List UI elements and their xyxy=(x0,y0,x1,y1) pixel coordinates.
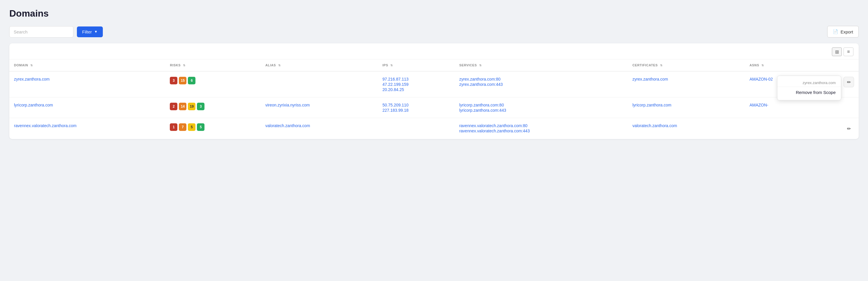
col-risks: RISKS ⇅ xyxy=(165,59,261,71)
risk-badge: 5 xyxy=(188,124,195,131)
grid-view-button[interactable]: ⊞ xyxy=(832,47,842,56)
sort-icon-asns[interactable]: ⇅ xyxy=(762,64,764,67)
risk-badge: 3 xyxy=(170,77,177,84)
alias-cell xyxy=(261,71,378,98)
list-view-button[interactable]: ≡ xyxy=(843,47,854,56)
action-cell: ✏zyrex.zanthora.comRemove from Scope xyxy=(815,71,859,98)
col-alias: ALIAS ⇅ xyxy=(261,59,378,71)
filter-button[interactable]: Filter ▼ xyxy=(77,27,103,37)
risk-badge: 15 xyxy=(179,77,186,84)
row-action-button[interactable]: ✏ xyxy=(843,124,854,134)
certificates-cell: zyrex.zanthora.com xyxy=(628,71,745,98)
sort-icon-certificates[interactable]: ⇅ xyxy=(660,64,663,67)
view-toggle: ⊞ ≡ xyxy=(9,43,859,59)
export-file-icon: 📄 xyxy=(833,29,838,34)
services-cell: ravennex.valoratech.zanthora.com:80raven… xyxy=(455,118,628,139)
row-action-button[interactable]: ✏ xyxy=(843,77,854,87)
service-item: lyricorp.zanthora.com:80 xyxy=(459,103,623,107)
risk-badge: 2 xyxy=(170,103,177,110)
sort-icon-services[interactable]: ⇅ xyxy=(479,64,482,67)
sort-icon-alias[interactable]: ⇅ xyxy=(278,64,281,67)
ip-address: 227.183.99.18 xyxy=(382,108,450,113)
alias-cell: valoratech.zanthora.com xyxy=(261,118,378,139)
service-item: ravennex.valoratech.zanthora.com:443 xyxy=(459,129,623,133)
table-row: ravennex.valoratech.zanthora.com1755valo… xyxy=(9,118,859,139)
ips-cell xyxy=(378,118,455,139)
risks-cell: 3156 xyxy=(165,71,261,98)
asns-cell: AMAZON- xyxy=(745,98,815,118)
page-container: Domains Filter ▼ 📄 Export ⊞ ≡ DOMAIN ⇅ R… xyxy=(0,0,868,147)
risk-badge: 19 xyxy=(188,103,195,110)
asns-cell xyxy=(745,118,815,139)
risk-badge: 14 xyxy=(179,103,186,110)
ips-cell: 50.75.209.110227.183.99.18 xyxy=(378,98,455,118)
domain-link[interactable]: lyricorp.zanthora.com xyxy=(14,103,53,107)
certificates-cell: lyricorp.zanthora.com xyxy=(628,98,745,118)
risk-badge: 1 xyxy=(170,124,177,131)
ip-address: 47.22.199.159 xyxy=(382,82,450,87)
domains-table: DOMAIN ⇅ RISKS ⇅ ALIAS ⇅ IPS ⇅ SERVICES … xyxy=(9,59,859,139)
col-asns: ASNS ⇅ xyxy=(745,59,815,71)
sort-icon-ips[interactable]: ⇅ xyxy=(390,64,393,67)
toolbar-left: Filter ▼ xyxy=(9,26,103,38)
col-actions xyxy=(815,59,859,71)
risk-badge: 7 xyxy=(179,124,186,131)
service-item: ravennex.valoratech.zanthora.com:80 xyxy=(459,124,623,128)
service-item: zyrex.zanthora.com:80 xyxy=(459,77,623,81)
table-row: lyricorp.zanthora.com214193vireon.zyrixi… xyxy=(9,98,859,118)
ip-address: 97.216.87.113 xyxy=(382,77,450,81)
export-button[interactable]: 📄 Export xyxy=(827,26,859,38)
table-container: ⊞ ≡ DOMAIN ⇅ RISKS ⇅ ALIAS ⇅ IPS ⇅ SERVI… xyxy=(9,43,859,139)
domain-link[interactable]: ravennex.valoratech.zanthora.com xyxy=(14,124,76,128)
page-title: Domains xyxy=(9,8,859,19)
ip-address: 20.20.84.25 xyxy=(382,87,450,92)
col-certificates: CERTIFICATES ⇅ xyxy=(628,59,745,71)
risk-badge: 5 xyxy=(197,124,205,131)
toolbar: Filter ▼ 📄 Export xyxy=(9,26,859,38)
risk-badge: 3 xyxy=(197,103,205,110)
ip-address: 50.75.209.110 xyxy=(382,103,450,107)
table-header-row: DOMAIN ⇅ RISKS ⇅ ALIAS ⇅ IPS ⇅ SERVICES … xyxy=(9,59,859,71)
col-ips: IPS ⇅ xyxy=(378,59,455,71)
filter-label: Filter xyxy=(82,29,92,34)
sort-icon-domain[interactable]: ⇅ xyxy=(30,64,33,67)
search-input[interactable] xyxy=(9,26,73,38)
risks-cell: 214193 xyxy=(165,98,261,118)
context-menu-header: zyrex.zanthora.com xyxy=(777,78,841,87)
service-item: zyrex.zanthora.com:443 xyxy=(459,82,623,87)
chevron-down-icon: ▼ xyxy=(94,30,98,34)
service-item: lyricorp.zanthora.com:443 xyxy=(459,108,623,113)
services-cell: zyrex.zanthora.com:80zyrex.zanthora.com:… xyxy=(455,71,628,98)
risk-badge: 6 xyxy=(188,77,195,84)
context-menu: zyrex.zanthora.comRemove from Scope xyxy=(777,76,841,100)
alias-cell: vireon.zyrixia.nyriss.com xyxy=(261,98,378,118)
action-cell: ✏ xyxy=(815,118,859,139)
remove-from-scope-item[interactable]: Remove from Scope xyxy=(777,87,841,98)
ips-cell: 97.216.87.11347.22.199.15920.20.84.25 xyxy=(378,71,455,98)
col-services: SERVICES ⇅ xyxy=(455,59,628,71)
services-cell: lyricorp.zanthora.com:80lyricorp.zanthor… xyxy=(455,98,628,118)
export-label: Export xyxy=(841,29,853,34)
risks-cell: 1755 xyxy=(165,118,261,139)
certificates-cell: valoratech.zanthora.com xyxy=(628,118,745,139)
col-domain: DOMAIN ⇅ xyxy=(9,59,165,71)
table-row: zyrex.zanthora.com315697.216.87.11347.22… xyxy=(9,71,859,98)
domain-link[interactable]: zyrex.zanthora.com xyxy=(14,77,50,81)
sort-icon-risks[interactable]: ⇅ xyxy=(183,64,186,67)
action-cell xyxy=(815,98,859,118)
